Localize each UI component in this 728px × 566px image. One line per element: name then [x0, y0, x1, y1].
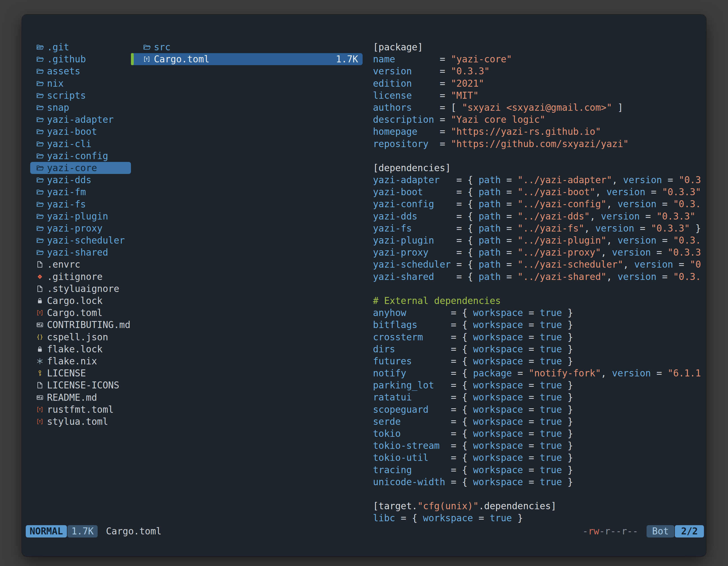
preview-line: yazi-fs = { path = "../yazi-fs", version… — [373, 222, 706, 234]
file-size: 1.7K — [336, 54, 363, 65]
file-name: Cargo.lock — [47, 295, 103, 306]
dir-row[interactable]: yazi-boot — [30, 126, 131, 138]
preview-line: tokio-stream = { workspace = true } — [373, 440, 706, 452]
preview-line: edition = "2021" — [373, 78, 706, 90]
file-name: assets — [47, 66, 80, 77]
preview-line: bitflags = { workspace = true } — [373, 319, 706, 331]
dir-row[interactable]: yazi-config — [30, 150, 131, 162]
preview-line: tokio-util = { workspace = true } — [373, 452, 706, 464]
preview-line: scopeguard = { workspace = true } — [373, 403, 706, 415]
file-icon — [34, 285, 45, 292]
dir-row[interactable]: yazi-adapter — [30, 114, 131, 126]
file-name: scripts — [47, 90, 86, 101]
file-row[interactable]: LICENSE — [30, 367, 131, 379]
file-row[interactable]: Cargo.toml — [30, 307, 131, 319]
dir-row[interactable]: yazi-scheduler — [30, 234, 131, 247]
dir-row[interactable]: yazi-proxy — [30, 222, 131, 234]
file-row[interactable]: stylua.toml — [30, 415, 131, 427]
preview-line: tokio = { workspace = true } — [373, 427, 706, 440]
preview-line: version = "0.3.3" — [373, 65, 706, 77]
preview-line: description = "Yazi core logic" — [373, 114, 706, 126]
dir-row[interactable]: scripts — [30, 90, 131, 102]
folder-icon — [34, 116, 45, 123]
dir-row[interactable]: yazi-fm — [30, 186, 131, 198]
folder-icon — [34, 152, 45, 160]
file-name: .git — [47, 42, 69, 53]
folder-icon — [34, 128, 45, 135]
folder-icon — [34, 104, 45, 111]
preview-line: [package] — [373, 41, 706, 53]
file-row[interactable]: rustfmt.toml — [30, 403, 131, 415]
lock-icon — [34, 345, 45, 353]
lock-icon — [34, 297, 45, 304]
current-pane: srcCargo.toml1.7K — [131, 41, 363, 65]
preview-line: yazi-boot = { path = "../yazi-boot", ver… — [373, 186, 706, 198]
file-icon — [34, 381, 45, 389]
dir-row[interactable]: nix — [30, 78, 131, 90]
folder-icon — [34, 188, 45, 196]
dir-row[interactable]: yazi-cli — [30, 138, 131, 150]
markdown-icon — [34, 394, 45, 401]
file-row[interactable]: Cargo.lock — [30, 295, 131, 307]
dir-row[interactable]: .git — [30, 41, 131, 53]
file-name: .envrc — [47, 259, 80, 270]
dir-row[interactable]: assets — [30, 65, 131, 77]
preview-line: notify = { package = "notify-fork", vers… — [373, 367, 706, 379]
file-row[interactable]: LICENSE-ICONS — [30, 379, 131, 391]
folder-icon — [34, 237, 45, 244]
dir-row[interactable]: yazi-core — [30, 162, 131, 174]
file-name: yazi-scheduler — [47, 235, 125, 246]
dir-row[interactable]: .github — [30, 53, 131, 65]
dir-row[interactable]: snap — [30, 102, 131, 114]
size-badge: 1.7K — [67, 525, 97, 537]
preview-line: libc = { workspace = true } — [373, 512, 706, 524]
preview-line: yazi-plugin = { path = "../yazi-plugin",… — [373, 234, 706, 247]
preview-line: yazi-config = { path = "../yazi-config",… — [373, 198, 706, 210]
counter-badge: 2/2 — [675, 525, 704, 537]
file-row[interactable]: flake.lock — [30, 343, 131, 355]
preview-line — [373, 488, 706, 500]
preview-line: yazi-shared = { path = "../yazi-shared",… — [373, 271, 706, 283]
preview-line: yazi-adapter = { path = "../yazi-adapter… — [373, 174, 706, 186]
file-row[interactable]: cspell.json — [30, 331, 131, 343]
dir-row[interactable]: yazi-dds — [30, 174, 131, 186]
dir-row[interactable]: yazi-plugin — [30, 210, 131, 222]
file-name: yazi-core — [47, 163, 97, 173]
file-name: yazi-config — [47, 151, 108, 161]
position-badge: Bot — [647, 525, 675, 537]
folder-icon — [34, 176, 45, 184]
status-bar: NORMAL 1.7K Cargo.toml -rw-r--r-- Bot 2/… — [26, 525, 704, 538]
folder-icon — [34, 80, 45, 87]
file-name: Cargo.toml — [47, 307, 103, 318]
file-row[interactable]: .envrc — [30, 259, 131, 271]
preview-line: license = "MIT" — [373, 90, 706, 102]
file-name: yazi-cli — [47, 139, 91, 149]
desktop: { "colors": { "outer-bg": "#3e3e3e", "wi… — [0, 0, 728, 566]
preview-line: yazi-proxy = { path = "../yazi-proxy", v… — [373, 247, 706, 259]
preview-line: [target."cfg(unix)".dependencies] — [373, 500, 706, 512]
file-name: Cargo.toml — [154, 54, 210, 65]
preview-line: unicode-width = { workspace = true } — [373, 476, 706, 488]
folder-icon — [34, 164, 45, 172]
file-name: snap — [47, 102, 69, 113]
preview-line: # External dependencies — [373, 295, 706, 307]
folder-icon — [34, 55, 45, 63]
folder-icon — [34, 225, 45, 232]
file-name: LICENSE-ICONS — [47, 380, 119, 391]
file-row[interactable]: Cargo.toml1.7K — [131, 53, 363, 65]
file-row[interactable]: .styluaignore — [30, 283, 131, 295]
dir-row[interactable]: src — [131, 41, 363, 53]
file-row[interactable]: README.md — [30, 391, 131, 403]
preview-line: repository = "https://github.com/sxyazi/… — [373, 138, 706, 150]
folder-icon — [34, 67, 45, 75]
file-row[interactable]: flake.nix — [30, 355, 131, 367]
file-row[interactable]: .gitignore — [30, 271, 131, 283]
preview-line — [373, 150, 706, 162]
file-name: .styluaignore — [47, 283, 119, 294]
json-icon — [34, 333, 45, 341]
dir-row[interactable]: yazi-shared — [30, 247, 131, 259]
file-name: rustfmt.toml — [47, 404, 114, 415]
file-row[interactable]: CONTRIBUTING.md — [30, 319, 131, 331]
dir-row[interactable]: yazi-fs — [30, 198, 131, 210]
folder-git-icon — [34, 43, 45, 51]
